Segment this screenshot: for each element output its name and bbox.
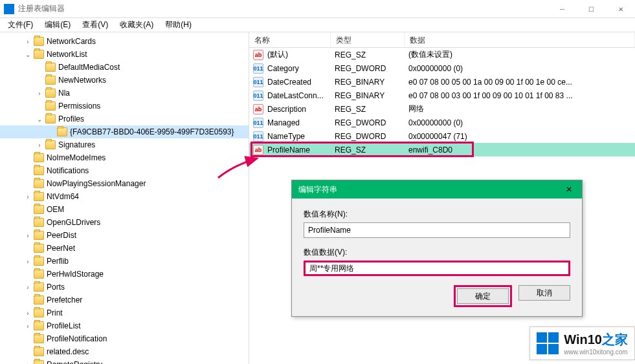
- tree-node[interactable]: PeerNet: [0, 242, 249, 255]
- binary-icon: 011: [253, 77, 263, 87]
- col-data[interactable]: 数据: [405, 32, 635, 47]
- folder-icon: [34, 360, 44, 364]
- tree-node[interactable]: Permissions: [0, 100, 249, 112]
- value-row[interactable]: abProfileNameREG_SZenwifi_C8D0: [249, 143, 635, 156]
- value-row[interactable]: 011ManagedREG_DWORD0x00000000 (0): [249, 116, 635, 129]
- minimize-button[interactable]: ─: [548, 0, 577, 18]
- tree-node[interactable]: ⌄Profiles: [0, 112, 249, 125]
- menu-edit[interactable]: 编辑(E): [39, 18, 76, 32]
- no-expand: [23, 244, 32, 253]
- tree-node[interactable]: ›NtVdm64: [0, 190, 249, 203]
- cancel-button[interactable]: 取消: [518, 285, 570, 301]
- value-row[interactable]: ab(默认)REG_SZ(数值未设置): [249, 48, 635, 61]
- folder-icon: [45, 89, 56, 98]
- ok-button[interactable]: 确定: [457, 288, 509, 304]
- dialog-title: 编辑字符串: [298, 184, 337, 195]
- tree-label: PeerNet: [47, 244, 75, 253]
- tree-label: PerHwIdStorage: [47, 270, 104, 279]
- maximize-button[interactable]: ☐: [577, 0, 606, 18]
- value-data-input[interactable]: [304, 261, 570, 276]
- no-expand: [23, 166, 32, 175]
- tree-node[interactable]: NowPlayingSessionManager: [0, 177, 249, 190]
- value-data: 0x00000000 (0): [408, 64, 635, 73]
- value-row[interactable]: 011CategoryREG_DWORD0x00000000 (0): [249, 61, 635, 75]
- dialog-close-button[interactable]: ✕: [556, 180, 582, 198]
- folder-icon: [34, 231, 44, 240]
- tree-label: Perflib: [47, 257, 69, 266]
- tree-pane[interactable]: ›NetworkCards⌄NetworkListDefaultMediaCos…: [0, 32, 249, 364]
- value-row[interactable]: 011DateLastConn...REG_BINARYe0 07 08 00 …: [249, 89, 635, 102]
- tree-node[interactable]: OpenGLDrivers: [0, 216, 249, 229]
- tree-node[interactable]: ›Nla: [0, 87, 249, 100]
- folder-icon: [34, 347, 44, 356]
- folder-icon: [34, 334, 44, 343]
- tree-node[interactable]: {FA9CBB77-BBD0-406E-9959-499F7D3E0593}: [0, 125, 249, 138]
- dialog-title-bar[interactable]: 编辑字符串 ✕: [292, 180, 582, 198]
- value-row[interactable]: abDescriptionREG_SZ网络: [249, 102, 635, 116]
- collapse-icon[interactable]: ⌄: [35, 114, 44, 123]
- folder-icon: [34, 37, 44, 46]
- expand-icon[interactable]: ›: [23, 231, 32, 240]
- tree-node[interactable]: ›Signatures: [0, 138, 249, 151]
- folder-icon: [34, 50, 44, 59]
- value-row[interactable]: 011NameTypeREG_DWORD0x00000047 (71): [249, 129, 635, 143]
- expand-icon[interactable]: ›: [23, 360, 32, 364]
- tree-label: Profiles: [58, 114, 84, 123]
- tree-label: Signatures: [58, 140, 95, 149]
- tree-node[interactable]: ›RemoteRegistry: [0, 358, 249, 364]
- expand-icon[interactable]: ›: [23, 257, 32, 266]
- menu-bar: 文件(F) 编辑(E) 查看(V) 收藏夹(A) 帮助(H): [0, 18, 635, 32]
- no-expand: [23, 179, 32, 188]
- tree-node[interactable]: ›PeerDist: [0, 229, 249, 242]
- windows-logo-icon: [537, 332, 559, 354]
- tree-node[interactable]: Prefetcher: [0, 294, 249, 306]
- expand-icon[interactable]: ›: [35, 89, 44, 98]
- value-data: (数值未设置): [408, 49, 635, 60]
- string-icon: ab: [253, 50, 263, 60]
- expand-icon[interactable]: ›: [23, 37, 32, 46]
- tree-node[interactable]: ›Perflib: [0, 255, 249, 268]
- collapse-icon[interactable]: ⌄: [23, 50, 32, 59]
- tree-label: NtVdm64: [47, 192, 79, 201]
- tree-node[interactable]: ›NetworkCards: [0, 35, 249, 48]
- close-button[interactable]: ✕: [606, 0, 635, 18]
- no-expand: [23, 205, 32, 214]
- tree-node[interactable]: DefaultMediaCost: [0, 61, 249, 74]
- tree-node[interactable]: PerHwIdStorage: [0, 268, 249, 281]
- app-icon: [4, 4, 14, 14]
- expand-icon[interactable]: ›: [23, 308, 32, 317]
- menu-view[interactable]: 查看(V): [77, 18, 113, 32]
- binary-icon: 011: [253, 91, 263, 101]
- menu-file[interactable]: 文件(F): [3, 18, 38, 32]
- tree-node[interactable]: ProfileNotification: [0, 332, 249, 345]
- list-header: 名称 类型 数据: [249, 32, 635, 48]
- tree-node[interactable]: OEM: [0, 203, 249, 216]
- menu-favorites[interactable]: 收藏夹(A): [115, 18, 159, 32]
- tree-node[interactable]: NoImeModeImes: [0, 151, 249, 164]
- no-expand: [23, 295, 32, 305]
- tree-node[interactable]: ›Print: [0, 306, 249, 319]
- tree-label: PeerDist: [47, 231, 76, 240]
- tree-node[interactable]: ⌄NetworkList: [0, 48, 249, 61]
- tree-node[interactable]: Notifications: [0, 164, 249, 177]
- tree-node[interactable]: related.desc: [0, 345, 249, 358]
- expand-icon[interactable]: ›: [35, 140, 44, 149]
- tree-label: Print: [47, 308, 63, 317]
- folder-icon: [34, 283, 44, 292]
- watermark-url: www.win10xitong.com: [564, 348, 628, 356]
- value-name-input[interactable]: [304, 222, 570, 238]
- col-name[interactable]: 名称: [249, 32, 331, 47]
- menu-help[interactable]: 帮助(H): [160, 18, 197, 32]
- value-row[interactable]: 011DateCreatedREG_BINARYe0 07 08 00 05 0…: [249, 75, 635, 89]
- col-type[interactable]: 类型: [331, 32, 405, 47]
- tree-node[interactable]: ›ProfileList: [0, 319, 249, 332]
- expand-icon[interactable]: ›: [23, 321, 32, 330]
- tree-label: OpenGLDrivers: [47, 218, 100, 227]
- no-expand: [23, 153, 32, 162]
- expand-icon[interactable]: ›: [23, 192, 32, 201]
- binary-icon: 011: [253, 131, 263, 142]
- tree-node[interactable]: NewNetworks: [0, 74, 249, 87]
- tree-node[interactable]: ›Ports: [0, 281, 249, 294]
- tree-label: Ports: [47, 283, 65, 292]
- expand-icon[interactable]: ›: [23, 283, 32, 292]
